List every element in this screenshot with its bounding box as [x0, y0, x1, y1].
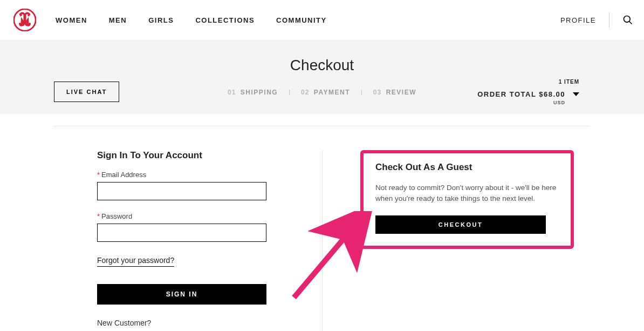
guest-description: Not ready to commit? Don't worry about i…	[375, 183, 559, 205]
signin-title: Sign In To Your Account	[97, 150, 295, 161]
svg-point-1	[624, 16, 631, 23]
profile-link[interactable]: PROFILE	[560, 16, 596, 24]
new-customer-label: New Customer?	[97, 319, 295, 327]
guest-checkout-box: Check Out As A Guest Not ready to commit…	[360, 150, 574, 249]
two-column-layout: Sign In To Your Account *Email Address *…	[54, 150, 590, 331]
step-num: 02	[301, 89, 309, 96]
step-num: 01	[228, 89, 236, 96]
guest-column: Check Out As A Guest Not ready to commit…	[322, 150, 590, 331]
guest-checkout-button[interactable]: CHECKOUT	[375, 215, 546, 234]
order-total-toggle[interactable]: ORDER TOTAL $68.00	[477, 90, 579, 98]
nav-collections[interactable]: COLLECTIONS	[195, 16, 255, 24]
search-icon[interactable]	[622, 15, 633, 25]
email-label: *Email Address	[97, 171, 295, 179]
currency-label: USD	[477, 100, 565, 105]
svg-line-2	[629, 22, 632, 24]
forgot-password-link[interactable]: Forgot your password?	[97, 256, 174, 267]
topbar-right: PROFILE	[560, 12, 633, 28]
nav-men[interactable]: MEN	[109, 16, 127, 24]
divider	[609, 12, 609, 28]
order-summary-mini: 1 ITEM ORDER TOTAL $68.00 USD	[477, 79, 579, 105]
step-label: REVIEW	[386, 89, 416, 96]
checkout-header-band: Checkout LIVE CHAT 01 SHIPPING | 02 PAYM…	[0, 40, 644, 114]
required-indicator: *	[97, 171, 100, 179]
guest-title: Check Out As A Guest	[375, 162, 559, 173]
band-row: LIVE CHAT 01 SHIPPING | 02 PAYMENT | 03 …	[11, 82, 633, 102]
nav-women[interactable]: WOMEN	[56, 16, 87, 24]
main-content: Sign In To Your Account *Email Address *…	[0, 114, 644, 331]
checkout-steps: 01 SHIPPING | 02 PAYMENT | 03 REVIEW	[228, 87, 416, 97]
top-navigation: WOMEN MEN GIRLS COLLECTIONS COMMUNITY PR…	[0, 0, 644, 40]
order-total-text: ORDER TOTAL $68.00	[477, 90, 565, 98]
signin-column: Sign In To Your Account *Email Address *…	[54, 150, 322, 331]
email-input[interactable]	[97, 182, 266, 200]
divider	[54, 126, 590, 126]
nav-girls[interactable]: GIRLS	[148, 16, 174, 24]
step-shipping[interactable]: 01 SHIPPING	[228, 87, 278, 97]
step-label: SHIPPING	[241, 89, 278, 96]
page-title: Checkout	[11, 57, 633, 74]
signin-button[interactable]: SIGN IN	[97, 284, 266, 305]
step-label: PAYMENT	[314, 89, 350, 96]
password-label: *Password	[97, 212, 295, 220]
step-review[interactable]: 03 REVIEW	[373, 87, 416, 97]
live-chat-button[interactable]: LIVE CHAT	[54, 82, 119, 102]
password-input[interactable]	[97, 224, 266, 242]
step-separator: |	[361, 89, 362, 95]
chevron-down-icon[interactable]	[573, 92, 579, 96]
primary-nav: WOMEN MEN GIRLS COLLECTIONS COMMUNITY	[56, 16, 327, 24]
step-separator: |	[289, 89, 290, 95]
nav-community[interactable]: COMMUNITY	[276, 16, 327, 24]
required-indicator: *	[97, 212, 100, 220]
brand-logo[interactable]	[13, 9, 36, 31]
cart-item-count: 1 ITEM	[477, 79, 579, 85]
step-payment[interactable]: 02 PAYMENT	[301, 87, 350, 97]
step-num: 03	[373, 89, 381, 96]
